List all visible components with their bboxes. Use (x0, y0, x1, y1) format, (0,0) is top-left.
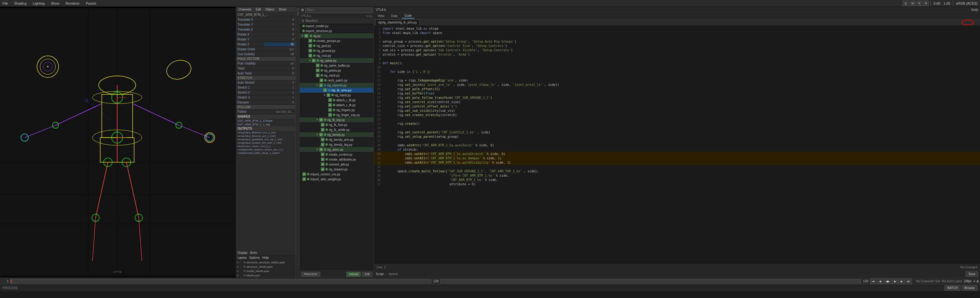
outliner-bendy[interactable]: ▼ ✓ rig_bendy.py (300, 132, 374, 137)
shape-item-2[interactable]: CNT_ARM_BTM_1_1_tag (236, 123, 295, 126)
outliner-fk-foot[interactable]: ✓ rig_fk_foot.py (300, 122, 374, 127)
rewind-button[interactable]: ⏮ (870, 279, 877, 284)
outliner-rig-spine[interactable]: ▼ ✓ rig_spine.py (300, 58, 374, 63)
tab-data[interactable]: Data (389, 14, 400, 18)
channel-translate-x[interactable]: Translate X 0 (236, 17, 295, 22)
channel-twist[interactable]: Twist 0 (236, 66, 295, 71)
cb-18[interactable]: ✓ (321, 123, 325, 127)
outliner-clavicle[interactable]: ▼ ✓ rig_clavicle.py (300, 83, 374, 88)
channel-rotate-order[interactable]: Rotate Order xyz (236, 47, 295, 52)
outliner-neck-patch[interactable]: ✓ neck_patch.py (300, 78, 374, 83)
outliner-search-input[interactable] (305, 8, 372, 13)
menu-panels[interactable]: Panels (84, 1, 97, 6)
menu-file[interactable]: File (1, 1, 9, 6)
play-backward-button[interactable]: ◀▶ (884, 279, 892, 284)
outliner-scroll[interactable]: import_model.py import_structure.py ▼ ✓ … (300, 24, 374, 270)
browse-button[interactable]: Browse (962, 285, 978, 291)
batch-button[interactable]: BATCH (945, 285, 960, 291)
outliner-fk-ankle[interactable]: ✓ rig_fk_ankle.py (300, 127, 374, 132)
cb-5[interactable]: ✓ (312, 59, 315, 62)
script-label[interactable]: Script (376, 273, 384, 276)
menu-lighting[interactable]: Lighting (32, 1, 46, 6)
object-menu[interactable]: Object (265, 7, 275, 11)
timeline-start[interactable]: 1 (1, 279, 9, 283)
channel-dampen[interactable]: Dampen 0 (236, 100, 295, 105)
playback-end[interactable]: 120 (863, 279, 868, 283)
output-item-1[interactable]: remapValue_BkWorld_arm_3_1W1 (236, 131, 295, 134)
cb-14[interactable]: ✓ (328, 103, 332, 107)
channel-stretch2[interactable]: Stretch 2 1 (236, 90, 295, 95)
cb-20[interactable]: ✓ (319, 133, 323, 137)
cb-9[interactable]: ✓ (320, 78, 323, 82)
channel-auto-twist[interactable]: Auto Twist 0 (236, 71, 295, 76)
toolbar-select-btn[interactable]: Q (902, 1, 908, 6)
layer-row-4[interactable]: V R MeshLayer (236, 273, 295, 277)
anim-menu[interactable]: Anim (250, 251, 257, 255)
cb-6[interactable]: ✓ (316, 64, 320, 67)
menu-show[interactable]: Show (50, 1, 61, 6)
menu-renderer[interactable]: Renderer (64, 1, 81, 6)
outliner-attach-r-fk1[interactable]: ✓ attach_r_fk.py (300, 97, 374, 102)
cb-16[interactable]: ✓ (328, 113, 332, 117)
outliner-fk-leg[interactable]: ▼ ✓ rig_fk_leg.py (300, 117, 374, 122)
tab-code[interactable]: Code (402, 13, 414, 19)
file-tab-rig-ik-arm[interactable]: rig/rig_clavicle/rig_ik_arm.py (375, 19, 420, 25)
channel-auto-stretch[interactable]: Auto Stretch 0 (236, 80, 295, 85)
cb-11[interactable]: ✓ (323, 88, 327, 92)
channel-rotate-x[interactable]: Rotate X 0 (236, 32, 295, 37)
prev-frame-button[interactable]: ◀ (877, 279, 883, 284)
channels-menu[interactable]: Channels (237, 7, 252, 11)
auto-key-icon[interactable]: ● (973, 279, 975, 283)
outliner-pelvis[interactable]: ✓ rig_pelvis.py (300, 68, 374, 73)
timeline-end[interactable]: 120 (433, 279, 438, 283)
key-icon[interactable]: ◆ (976, 279, 979, 283)
channel-follow[interactable]: Follow Set CNT_GL... (236, 109, 295, 114)
fps-indicator[interactable]: 24fps (964, 279, 971, 283)
play-forward-button[interactable]: ▶ (892, 279, 898, 284)
outliner-spine-buffer[interactable]: ✓ rig_spine_buffer.py (300, 63, 374, 68)
process-button[interactable]: PROCESS (301, 272, 320, 277)
outliner-neck[interactable]: ✓ rig_neck.py (300, 73, 374, 78)
cb-17[interactable]: ✓ (319, 118, 323, 122)
cb-10[interactable]: ✓ (319, 83, 323, 87)
character-set[interactable]: No Character Set (916, 279, 940, 283)
cb-13[interactable]: ✓ (328, 98, 332, 102)
outliner-armc[interactable]: ▼ ✓ rig_armc.py (300, 147, 374, 152)
rig-checkbox[interactable]: ✓ (304, 34, 308, 38)
menu-shading[interactable]: Shading (13, 1, 28, 6)
output-item-3[interactable]: remapValue_guidetwist_arm_top_3_1W1 (236, 138, 295, 141)
layer-row-2[interactable]: V R structure_MeshLayer (236, 265, 295, 269)
show-menu[interactable]: Show (278, 7, 287, 11)
cb-24[interactable]: ✓ (321, 153, 325, 156)
cb-19[interactable]: ✓ (321, 128, 325, 132)
channel-scroll[interactable]: Translate X 0 Translate Y 0 Translate Z … (236, 17, 295, 250)
help-menu[interactable]: Help (262, 256, 269, 260)
output-item-2[interactable]: remapValue_BkLocal_arm_3_1W0 (236, 134, 295, 138)
outliner-gear-icon[interactable]: ⚙ (301, 8, 304, 12)
toolbar-rotate-btn[interactable]: E (917, 1, 922, 6)
outliner-create-control[interactable]: ✓ create_control.py (300, 152, 374, 157)
channel-rotate-z[interactable]: Rotate Z 95 (236, 42, 295, 47)
viewport[interactable]: persp (0, 7, 236, 277)
outliner-bendy-leg[interactable]: ✓ rig_bendy_leg.py (300, 142, 374, 147)
cb-3[interactable]: ✓ (309, 49, 312, 53)
timeline-track[interactable] (11, 279, 431, 284)
outliner-finger-cup[interactable]: ✓ rig_finger_cup.py (300, 112, 374, 117)
channel-translate-y[interactable]: Translate Y 0 (236, 22, 295, 27)
vartest-label[interactable]: Vartest (388, 273, 398, 276)
cb-22[interactable]: ✓ (321, 143, 325, 147)
next-frame-button[interactable]: ▶ (899, 279, 905, 284)
outliner-rig-ik-arm[interactable]: ✓ rig_ik_arm.py (300, 88, 374, 92)
edit-menu[interactable]: Edit (255, 7, 262, 11)
cb-1[interactable]: ✓ (309, 39, 312, 43)
forward-button[interactable]: ⏭ (905, 279, 912, 284)
outliner-bendy-arm[interactable]: ✓ rig_bendy_arm.py (300, 137, 374, 142)
outliner-rig-god[interactable]: ✓ rig_god.py (300, 43, 374, 48)
channel-stretch3[interactable]: Stretch 3 1 (236, 95, 295, 100)
cb-4[interactable]: ✓ (309, 54, 312, 57)
outliner-import-model[interactable]: import_model.py (300, 24, 374, 29)
channel-pole-vis[interactable]: Pole Visibility on (236, 61, 295, 66)
output-item-7[interactable]: multiplyDivide_buffer_elbow_1_scaleX (236, 151, 295, 155)
outliner-create-groups[interactable]: ✓ create_groups.py (300, 38, 374, 43)
manifest-gear-icon[interactable]: ⚙ (302, 19, 304, 22)
